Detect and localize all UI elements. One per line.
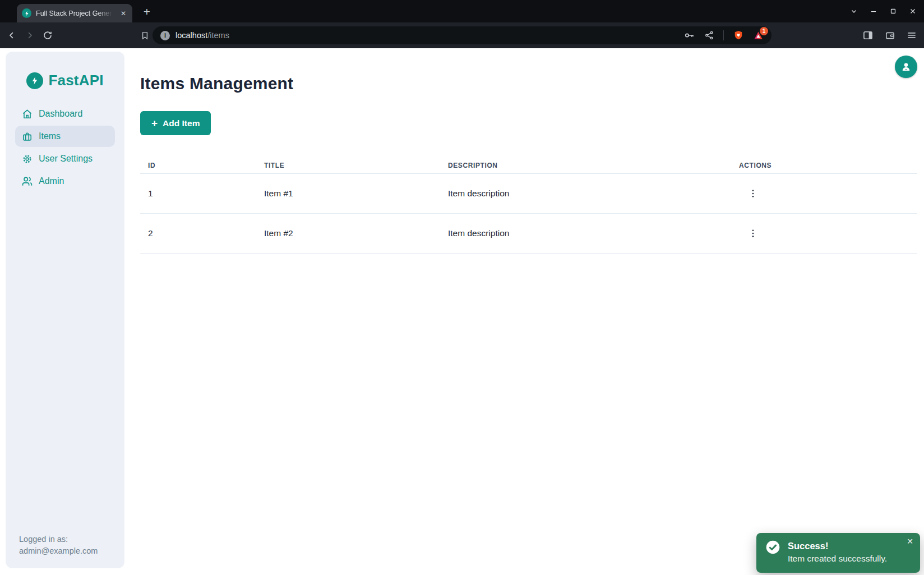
brave-shield-icon[interactable] — [733, 30, 744, 41]
fastapi-bolt-icon — [26, 72, 43, 89]
cell-title: Item #2 — [264, 228, 448, 238]
toast-title: Success! — [788, 540, 887, 551]
logged-in-label: Logged in as: — [19, 533, 119, 545]
wallet-icon[interactable] — [883, 29, 897, 42]
home-icon — [22, 109, 33, 119]
back-icon[interactable] — [4, 28, 19, 43]
brave-rewards-icon[interactable]: 1 — [753, 30, 764, 41]
column-header-description: DESCRIPTION — [448, 162, 739, 169]
fastapi-favicon-bolt-icon — [22, 8, 31, 18]
sidebar-item-label: Admin — [39, 176, 64, 186]
sidebar-nav: Dashboard Items User Settings Admin — [6, 103, 124, 192]
logged-in-info: Logged in as: admin@example.com — [19, 533, 119, 557]
window-minimize-button[interactable] — [868, 6, 879, 17]
table-row: 2 Item #2 Item description — [140, 214, 917, 254]
column-header-actions: ACTIONS — [739, 162, 917, 169]
bookmark-icon[interactable] — [137, 28, 152, 43]
cell-id: 2 — [140, 228, 264, 238]
add-item-label: Add Item — [163, 118, 200, 128]
main-content: Items Management + Add Item ID TITLE DES… — [124, 48, 924, 575]
url-bar[interactable]: i localhost/items 1 — [153, 26, 771, 44]
user-avatar-button[interactable] — [895, 56, 917, 78]
tab-search-chevron-icon[interactable] — [848, 6, 860, 17]
sidebar-item-label: User Settings — [39, 154, 93, 164]
table-header-row: ID TITLE DESCRIPTION ACTIONS — [140, 157, 917, 174]
app-page: FastAPI Dashboard Items User Settings — [0, 48, 924, 575]
browser-tab[interactable]: Full Stack Project Genera ✕ — [17, 4, 132, 22]
site-info-icon[interactable]: i — [160, 31, 170, 40]
column-header-title: TITLE — [264, 162, 448, 169]
page-title: Items Management — [140, 75, 917, 93]
add-item-button[interactable]: + Add Item — [140, 111, 211, 135]
success-toast: Success! Item created successfully. ✕ — [756, 533, 920, 573]
menu-hamburger-icon[interactable] — [905, 29, 918, 42]
briefcase-icon — [22, 131, 33, 142]
tab-close-icon[interactable]: ✕ — [119, 9, 127, 18]
users-icon — [22, 176, 33, 187]
column-header-id: ID — [140, 162, 264, 169]
sidebar-item-user-settings[interactable]: User Settings — [15, 148, 115, 169]
window-maximize-button[interactable] — [888, 6, 899, 17]
password-key-icon[interactable] — [684, 30, 695, 41]
browser-toolbar: i localhost/items 1 — [0, 22, 924, 48]
cell-description: Item description — [448, 188, 739, 199]
row-actions-kebab-icon[interactable] — [746, 186, 760, 201]
sidebar-item-label: Items — [39, 131, 61, 141]
forward-icon[interactable] — [22, 28, 37, 43]
share-icon[interactable] — [704, 30, 714, 40]
url-text: localhost/items — [175, 31, 229, 40]
toast-message: Item created successfully. — [788, 553, 887, 564]
table-row: 1 Item #1 Item description — [140, 174, 917, 214]
sidebar-item-label: Dashboard — [39, 109, 82, 119]
cell-title: Item #1 — [264, 188, 448, 199]
window-close-button[interactable] — [907, 6, 918, 17]
url-path: /items — [207, 31, 229, 40]
browser-titlebar: Full Stack Project Genera ✕ + — [0, 0, 924, 22]
user-icon — [900, 61, 912, 73]
row-actions-kebab-icon[interactable] — [746, 226, 760, 241]
logo-text: FastAPI — [48, 72, 103, 89]
reload-icon[interactable] — [40, 28, 55, 43]
check-circle-icon — [765, 540, 780, 555]
cell-description: Item description — [448, 228, 739, 238]
sidebar-item-dashboard[interactable]: Dashboard — [15, 103, 115, 125]
new-tab-button[interactable]: + — [139, 4, 155, 19]
logged-in-email: admin@example.com — [19, 545, 119, 557]
fastapi-logo: FastAPI — [6, 72, 124, 89]
items-table: ID TITLE DESCRIPTION ACTIONS 1 Item #1 I… — [140, 157, 917, 254]
divider — [723, 30, 724, 40]
tab-title: Full Stack Project Genera — [36, 10, 115, 17]
sidebar-toggle-icon[interactable] — [861, 29, 875, 42]
gear-icon — [22, 154, 33, 164]
plus-icon: + — [151, 118, 158, 128]
toast-close-icon[interactable]: ✕ — [907, 537, 913, 545]
rewards-badge: 1 — [760, 27, 768, 35]
sidebar-item-items[interactable]: Items — [15, 126, 115, 147]
cell-id: 1 — [140, 188, 264, 199]
url-host: localhost — [175, 31, 207, 40]
sidebar-item-admin[interactable]: Admin — [15, 171, 115, 192]
sidebar: FastAPI Dashboard Items User Settings — [6, 52, 124, 568]
